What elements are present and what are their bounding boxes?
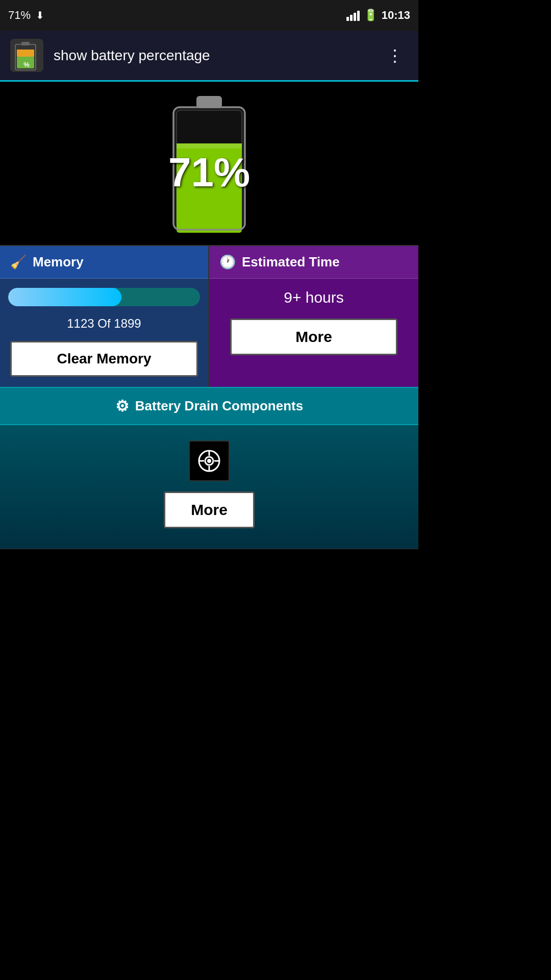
battery-graphic: 71%	[168, 92, 250, 235]
app-bar: % show battery percentage ⋮	[0, 31, 418, 82]
battery-display: 71%	[0, 82, 418, 245]
battery-drain-section: ⚙ Battery Drain Components More	[0, 387, 418, 549]
status-right: 🔋 10:13	[346, 9, 410, 22]
clock: 10:13	[382, 9, 410, 22]
time-panel: 🕐 Estimated Time 9+ hours More	[209, 246, 418, 387]
drain-header-label: Battery Drain Components	[135, 398, 303, 414]
time-value: 9+ hours	[209, 279, 418, 313]
memory-header: 🧹 Memory	[0, 246, 208, 279]
svg-rect-6	[196, 96, 222, 108]
broom-icon: 🧹	[10, 254, 27, 270]
time-header: 🕐 Estimated Time	[209, 246, 418, 279]
svg-rect-3	[17, 50, 34, 57]
memory-panel: 🧹 Memory 1123 Of 1899 Clear Memory	[0, 246, 209, 387]
memory-label: Memory	[33, 254, 84, 270]
memory-progress-bg	[8, 288, 200, 306]
svg-rect-12	[177, 214, 242, 227]
gear-icon: ⚙	[115, 397, 129, 415]
clear-memory-button[interactable]: Clear Memory	[10, 341, 198, 377]
time-label: Estimated Time	[242, 254, 340, 270]
svg-text:%: %	[23, 61, 30, 68]
location-icon	[196, 448, 222, 474]
download-icon: ⬇	[36, 9, 44, 21]
svg-rect-9	[177, 110, 242, 143]
svg-rect-1	[21, 42, 30, 45]
drain-content: More	[0, 425, 418, 549]
memory-stats: 1123 Of 1899	[0, 311, 208, 336]
main-grid: 🧹 Memory 1123 Of 1899 Clear Memory 🕐 Est…	[0, 245, 418, 387]
app-title: show battery percentage	[54, 47, 382, 64]
status-bar: 71% ⬇ 🔋 10:13	[0, 0, 418, 31]
menu-button[interactable]: ⋮	[382, 41, 408, 70]
more-drain-button[interactable]: More	[164, 492, 255, 528]
svg-point-20	[207, 459, 211, 463]
battery-percent-status: 71%	[8, 9, 31, 22]
bottom-area	[0, 549, 418, 753]
location-icon-box	[189, 440, 230, 481]
svg-rect-10	[177, 143, 242, 149]
more-time-button[interactable]: More	[230, 318, 397, 355]
app-icon: %	[10, 39, 43, 72]
progress-container	[0, 279, 208, 311]
battery-icon-status: 🔋	[364, 9, 378, 22]
battery-percentage: 71%	[168, 149, 250, 196]
clock-icon: 🕐	[219, 254, 236, 270]
drain-header: ⚙ Battery Drain Components	[0, 388, 418, 425]
memory-progress-fill	[8, 288, 121, 306]
signal-icon	[346, 10, 360, 21]
status-left: 71% ⬇	[8, 9, 44, 22]
app-icon-svg: %	[13, 40, 41, 71]
